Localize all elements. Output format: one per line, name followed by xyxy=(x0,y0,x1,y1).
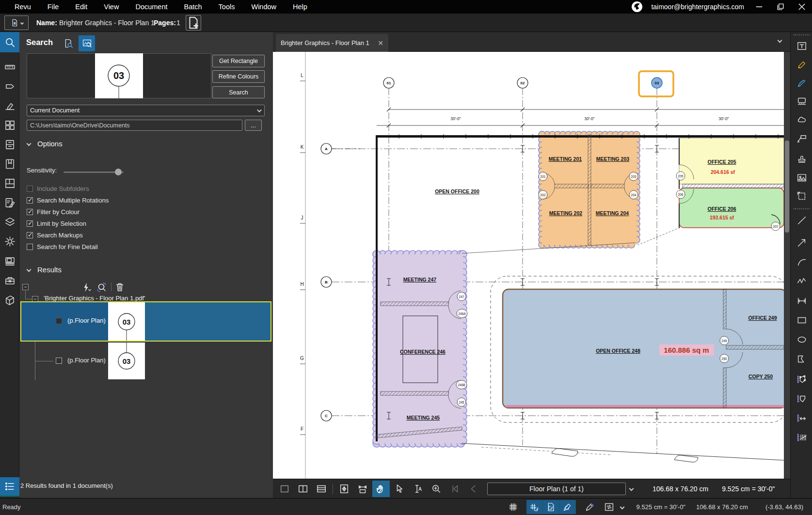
insert-page-button[interactable] xyxy=(186,15,201,31)
scrollbar-thumb[interactable] xyxy=(785,140,789,233)
menu-file[interactable]: File xyxy=(43,1,64,13)
line-tool-icon[interactable] xyxy=(791,212,812,229)
snap-to-grid-icon[interactable] xyxy=(526,500,543,514)
markup-region-tool-icon[interactable] xyxy=(791,93,812,109)
search-run-button[interactable]: Search xyxy=(212,86,265,98)
tab-list-chevron-icon[interactable] xyxy=(778,38,782,43)
fit-page-icon[interactable] xyxy=(335,481,353,497)
collapse-all-toggle[interactable]: − xyxy=(22,284,29,290)
text-search-icon[interactable] xyxy=(61,36,76,50)
result-thumbnail[interactable]: 03 xyxy=(108,343,145,379)
page-select-chevron-icon[interactable] xyxy=(629,486,634,491)
browse-button[interactable]: ... xyxy=(245,120,262,131)
account-email[interactable]: taimoor@brightergraphics.com xyxy=(651,3,744,11)
options-header[interactable]: Options xyxy=(27,140,63,148)
restore-button[interactable] xyxy=(774,2,787,12)
first-page-icon[interactable] xyxy=(446,481,463,497)
single-page-view-icon[interactable] xyxy=(276,481,293,497)
grid-toggle-icon[interactable] xyxy=(505,500,522,514)
apply-action-button[interactable] xyxy=(80,282,93,293)
measure-area-tool-icon[interactable] xyxy=(791,371,812,388)
checkbox-filter-by-colour[interactable]: Filter by Colour xyxy=(27,208,80,216)
status-expand-chevron-icon[interactable] xyxy=(620,504,624,509)
sync-views-icon[interactable] xyxy=(601,500,618,514)
arrow-tool-icon[interactable] xyxy=(791,234,812,251)
tab-close-icon[interactable]: ✕ xyxy=(378,39,383,47)
measure-perimeter-tool-icon[interactable] xyxy=(791,390,812,407)
snap-to-markup-icon[interactable] xyxy=(559,500,576,514)
panel-search-icon[interactable] xyxy=(0,32,19,52)
pen-tool-icon[interactable] xyxy=(791,75,812,91)
image-tool-icon[interactable] xyxy=(791,170,812,186)
results-header[interactable]: Results xyxy=(27,265,62,274)
stamp-tool-icon[interactable] xyxy=(791,150,812,167)
result-checkbox[interactable] xyxy=(56,318,62,324)
fit-width-icon[interactable] xyxy=(354,481,371,497)
callout-tool-icon[interactable] xyxy=(791,131,812,147)
document-menu-button[interactable] xyxy=(4,16,29,30)
refine-colours-button[interactable]: Refine Colours xyxy=(212,70,265,83)
panel-markup-summary-icon[interactable] xyxy=(0,193,19,212)
checkbox-search-fine-detail[interactable]: Search for Fine Detail xyxy=(27,243,98,250)
highlighter-tool-icon[interactable] xyxy=(791,56,812,73)
menu-batch[interactable]: Batch xyxy=(179,1,207,13)
menu-help[interactable]: Help xyxy=(288,1,312,13)
measure-length-tool-icon[interactable] xyxy=(791,410,812,426)
polygon-tool-icon[interactable] xyxy=(791,351,812,367)
minimize-button[interactable] xyxy=(753,2,765,12)
file-node-label[interactable]: 'Brighter Graphics - Floor Plan 1.pdf' xyxy=(44,295,145,302)
dimension-tool-icon[interactable] xyxy=(791,293,812,309)
close-button[interactable] xyxy=(796,2,808,12)
document-tab[interactable]: Brighter Graphics - Floor Plan 1 ✕ xyxy=(276,34,388,52)
panel-tool-chest-icon[interactable] xyxy=(0,270,19,290)
panel-measurements-icon[interactable] xyxy=(0,57,19,77)
panel-settings-icon[interactable] xyxy=(0,232,19,251)
select-tool-icon[interactable] xyxy=(391,481,408,497)
pan-tool-icon[interactable] xyxy=(372,481,390,497)
menu-edit[interactable]: Edit xyxy=(70,1,92,13)
panel-spaces-icon[interactable] xyxy=(0,173,19,193)
panel-tags-icon[interactable] xyxy=(0,77,19,96)
rectangle-tool-icon[interactable] xyxy=(791,312,812,328)
panel-thumbnails-icon[interactable] xyxy=(0,115,19,135)
ellipse-tool-icon[interactable] xyxy=(791,331,812,348)
panel-studio-icon[interactable] xyxy=(0,290,19,309)
markup-list-toggle[interactable] xyxy=(0,477,19,497)
menu-window[interactable]: Window xyxy=(246,1,281,13)
snapshot-tool-icon[interactable] xyxy=(791,188,812,204)
previous-page-icon[interactable] xyxy=(464,481,482,497)
menu-revu[interactable]: Revu xyxy=(10,1,36,13)
search-result-row-selected[interactable]: (p.Floor Plan) 03 xyxy=(20,301,271,342)
get-rectangle-button[interactable]: Get Rectangle xyxy=(212,55,265,67)
panel-file-access-icon[interactable] xyxy=(0,135,19,154)
count-tool-icon[interactable] xyxy=(791,429,812,446)
sensitivity-slider-knob[interactable] xyxy=(115,169,122,175)
panel-sets-icon[interactable] xyxy=(0,251,19,270)
result-checkbox[interactable] xyxy=(56,358,62,364)
menu-document[interactable]: Document xyxy=(130,1,172,13)
clear-results-trash-icon[interactable] xyxy=(114,281,125,292)
split-view-icon[interactable] xyxy=(313,481,330,497)
sensitivity-slider[interactable] xyxy=(64,172,124,173)
polyline-tool-icon[interactable] xyxy=(791,273,812,290)
search-result-row[interactable]: (p.Floor Plan) 03 xyxy=(21,343,271,379)
panel-layers-icon[interactable] xyxy=(0,212,19,232)
refresh-search-icon[interactable] xyxy=(96,281,108,293)
zoom-tool-icon[interactable] xyxy=(428,481,445,497)
search-path-input[interactable]: C:\Users\taimo\OneDrive\Documents xyxy=(27,120,242,131)
panel-calibration-icon[interactable] xyxy=(0,96,19,115)
page-select-dropdown[interactable]: Floor Plan (1 of 1) xyxy=(487,483,626,495)
result-thumbnail[interactable]: 03 xyxy=(108,302,145,341)
menu-view[interactable]: View xyxy=(99,1,124,13)
drawing-canvas[interactable]: L K J H G F 30'-0" 30'-0" 30' xyxy=(273,52,784,479)
checkbox-include-subfolders[interactable]: Include Subfolders xyxy=(27,185,89,192)
markup-reuse-icon[interactable] xyxy=(582,500,598,514)
vertical-scrollbar[interactable] xyxy=(784,52,790,479)
panel-bookmarks-icon[interactable] xyxy=(0,154,19,173)
visual-search-icon[interactable] xyxy=(79,35,95,51)
checkbox-search-multiple-rotations[interactable]: Search Multiple Rotations xyxy=(27,197,109,204)
snap-to-content-icon[interactable] xyxy=(543,500,559,514)
cloud-tool-icon[interactable] xyxy=(791,111,812,128)
text-box-tool-icon[interactable] xyxy=(791,38,812,54)
search-scope-select[interactable]: Current Document xyxy=(27,105,265,116)
